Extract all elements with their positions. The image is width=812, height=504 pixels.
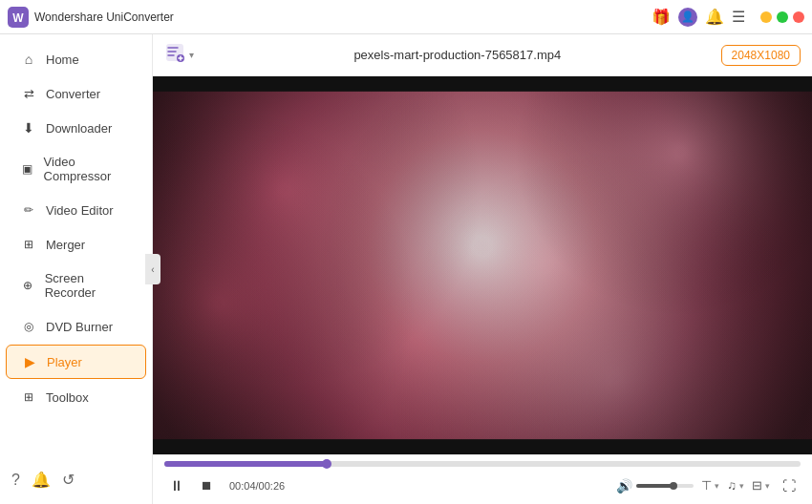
caption-icon: ⊤ — [701, 478, 712, 493]
pause-button[interactable]: ⏸ — [164, 474, 187, 497]
sidebar-item-screen-recorder[interactable]: ⊕ Screen Recorder — [6, 262, 146, 308]
add-file-icon — [164, 42, 185, 68]
sidebar-item-video-editor[interactable]: ✏ Video Editor — [6, 194, 146, 226]
sidebar-label-home: Home — [46, 52, 79, 67]
content-area: ▾ pexels-mart-production-7565817.mp4 204… — [153, 34, 812, 504]
controls-row: ⏸ ⏹ 00:04/00:26 🔊 ⊤ — [164, 467, 801, 504]
minimize-button[interactable] — [760, 11, 772, 23]
home-icon: ⌂ — [21, 52, 36, 67]
sidebar: ⌂ Home ⇄ Converter ⬇ Downloader ▣ Video … — [0, 34, 153, 504]
maximize-button[interactable] — [777, 11, 788, 23]
sidebar-item-downloader[interactable]: ⬇ Downloader — [6, 112, 146, 144]
stop-button[interactable]: ⏹ — [195, 474, 218, 497]
main-layout: ⌂ Home ⇄ Converter ⬇ Downloader ▣ Video … — [0, 34, 812, 504]
volume-fill — [636, 484, 673, 488]
sidebar-item-converter[interactable]: ⇄ Converter — [6, 77, 146, 110]
screenshot-button[interactable]: ⊟ ▾ — [752, 478, 770, 493]
time-display: 00:04/00:26 — [229, 480, 285, 492]
sidebar-item-toolbox[interactable]: ⊞ Toolbox — [6, 381, 146, 413]
audio-chevron: ▾ — [739, 481, 744, 491]
player-controls: ⏸ ⏹ 00:04/00:26 🔊 ⊤ — [153, 454, 812, 504]
sidebar-label-merger: Merger — [46, 238, 85, 252]
sidebar-label-dvd-burner: DVD Burner — [46, 320, 113, 334]
notification-icon[interactable]: 🔔 — [705, 8, 724, 26]
titlebar: W Wondershare UniConverter 🎁 👤 🔔 ☰ — [0, 0, 812, 34]
video-canvas — [153, 76, 812, 454]
video-area — [153, 76, 812, 454]
caption-chevron: ▾ — [715, 481, 719, 491]
feedback-icon[interactable]: ↺ — [62, 471, 75, 489]
progress-bar[interactable] — [164, 461, 801, 467]
gift-icon[interactable]: 🎁 — [652, 8, 671, 26]
screenshot-icon: ⊟ — [752, 478, 762, 493]
fullscreen-button[interactable]: ⛶ — [778, 474, 801, 497]
sidebar-collapse-button[interactable]: ‹ — [145, 254, 160, 284]
menu-icon[interactable]: ☰ — [732, 8, 745, 26]
progress-fill — [164, 461, 327, 467]
app-logo: W — [8, 7, 29, 28]
volume-thumb — [670, 482, 677, 490]
sidebar-item-home[interactable]: ⌂ Home — [6, 43, 146, 75]
sidebar-label-downloader: Downloader — [46, 121, 112, 136]
volume-section: 🔊 — [616, 478, 694, 494]
merger-icon: ⊞ — [21, 237, 36, 252]
audio-track-icon: ♫ — [727, 478, 737, 493]
volume-icon[interactable]: 🔊 — [616, 478, 632, 494]
sidebar-label-toolbox: Toolbox — [46, 390, 89, 405]
sidebar-label-video-compressor: Video Compressor — [44, 155, 131, 183]
player-icon: ▶ — [22, 354, 37, 369]
sidebar-label-player: Player — [47, 355, 82, 369]
sidebar-label-converter: Converter — [46, 87, 100, 101]
svg-text:W: W — [12, 11, 24, 25]
resolution-badge[interactable]: 2048X1080 — [721, 45, 801, 66]
help-icon[interactable]: ? — [11, 472, 20, 489]
alert-icon[interactable]: 🔔 — [32, 471, 51, 489]
downloader-icon: ⬇ — [21, 120, 36, 136]
player-topbar: ▾ pexels-mart-production-7565817.mp4 204… — [153, 34, 812, 76]
screenshot-chevron: ▾ — [765, 481, 770, 491]
sidebar-item-player[interactable]: ▶ Player — [6, 345, 146, 379]
audio-track-button[interactable]: ♫ ▾ — [727, 478, 744, 493]
right-controls: ⊤ ▾ ♫ ▾ ⊟ ▾ ⛶ — [701, 474, 801, 497]
video-compressor-icon: ▣ — [21, 161, 34, 177]
screen-recorder-icon: ⊕ — [21, 278, 35, 293]
video-editor-icon: ✏ — [21, 202, 36, 218]
user-icon[interactable]: 👤 — [678, 8, 697, 27]
sidebar-bottom: ? 🔔 ↺ — [0, 463, 152, 496]
sidebar-item-merger[interactable]: ⊞ Merger — [6, 228, 146, 261]
dvd-burner-icon: ◎ — [21, 319, 36, 334]
sidebar-item-video-compressor[interactable]: ▣ Video Compressor — [6, 146, 146, 192]
video-filename: pexels-mart-production-7565817.mp4 — [202, 48, 714, 62]
close-button[interactable] — [793, 11, 804, 23]
sidebar-label-video-editor: Video Editor — [46, 203, 114, 218]
toolbox-icon: ⊞ — [21, 389, 36, 405]
sidebar-item-dvd-burner[interactable]: ◎ DVD Burner — [6, 310, 146, 343]
add-file-chevron: ▾ — [189, 50, 194, 60]
caption-button[interactable]: ⊤ ▾ — [701, 478, 719, 493]
sidebar-label-screen-recorder: Screen Recorder — [45, 271, 131, 300]
converter-icon: ⇄ — [21, 86, 36, 101]
volume-bar[interactable] — [636, 484, 694, 488]
app-title: Wondershare UniConverter — [34, 10, 652, 24]
add-file-button[interactable]: ▾ — [164, 42, 194, 68]
